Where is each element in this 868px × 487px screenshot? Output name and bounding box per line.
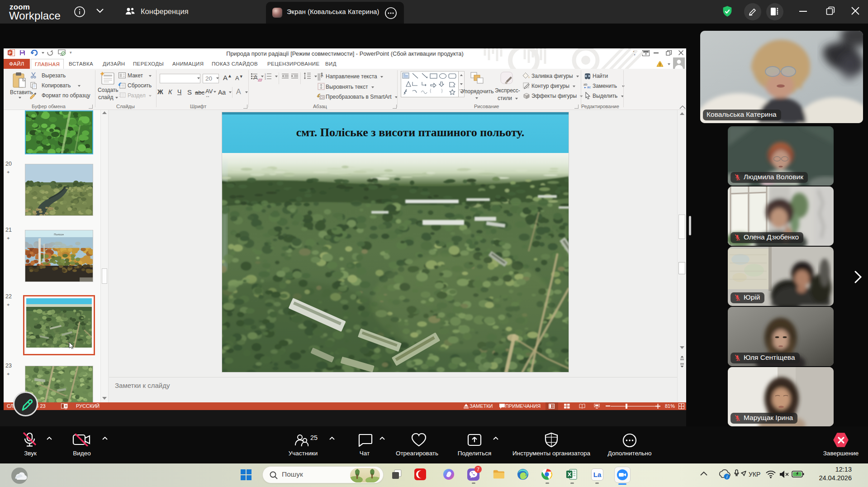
svg-text:ac: ac <box>587 85 591 89</box>
svg-text:Полісся: Полісся <box>54 233 64 236</box>
svg-text:A: A <box>321 73 323 77</box>
svg-text:3: 3 <box>265 77 266 80</box>
